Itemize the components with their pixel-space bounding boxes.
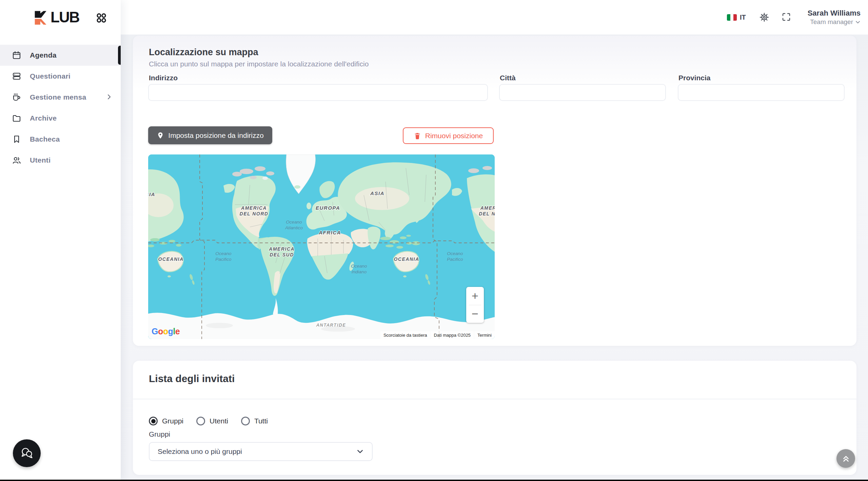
calendar-icon [12,51,21,60]
chevron-right-icon [106,93,113,100]
sidebar-item-gestione-mensa[interactable]: Gestione mensa [0,87,121,108]
chevron-down-icon [356,448,364,455]
map-label: DEL NO [479,211,495,216]
sidebar-item-label: Utenti [30,156,51,164]
bookmark-icon [12,135,21,144]
map-label: DEL NORD [240,211,269,216]
terms-link[interactable]: Termini [474,331,495,339]
invite-type-radio-group: Gruppi Utenti Tutti [149,417,268,425]
trash-icon [414,132,421,140]
invite-section-title: Lista degli invitati [149,373,235,384]
map-label: DEL SUD [270,252,294,257]
settings-gear-icon[interactable] [759,12,770,23]
map-label: EUROPA [316,205,340,211]
map-localization-card: Localizzazione su mappa Clicca un punto … [133,36,856,346]
remove-position-button[interactable]: Rimuovi posizione [403,127,494,144]
radio-dot [241,417,250,425]
radio-utenti[interactable]: Utenti [196,417,228,425]
apps-grid-icon[interactable] [96,13,106,23]
city-label: Città [500,74,516,82]
scroll-to-top-button[interactable] [836,449,855,468]
sidebar-item-label: Questionari [30,72,71,80]
sidebar-item-label: Agenda [30,51,57,59]
map-label: AMERICA [269,246,295,252]
zoom-in-button[interactable]: + [466,287,484,305]
address-input[interactable] [148,84,488,101]
city-input[interactable] [499,84,666,101]
main-content: Localizzazione su mappa Clicca un punto … [121,35,868,481]
google-logo[interactable]: Google [152,327,180,336]
users-icon [12,156,21,165]
google-map[interactable]: ASIA AMERICA DEL NORD Oceano Atlantico E… [148,154,495,339]
map-pin-icon [157,132,164,139]
map-label: Oceano [215,251,232,256]
world-map-canvas: ASIA AMERICA DEL NORD Oceano Atlantico E… [148,154,495,339]
map-label: OCEANIA [158,256,183,262]
klub-logo[interactable]: LUB [33,9,79,25]
keyboard-shortcuts-link[interactable]: Scorciatoie da tastiera [380,331,430,339]
user-name: Sarah Williams [808,8,861,18]
sidebar-nav: Agenda Questionari G [0,45,121,171]
map-label: Oceano [351,264,367,269]
chat-fab-button[interactable] [13,439,41,467]
klub-k-icon [33,9,50,25]
top-header: IT Sarah Williams Team manager [121,0,868,35]
sidebar-item-archive[interactable]: Archive [0,108,121,129]
logo-text: LUB [51,10,79,25]
zoom-out-button[interactable]: − [466,305,484,323]
sidebar-item-utenti[interactable]: Utenti [0,150,121,171]
cup-icon [12,93,21,102]
logo-row: LUB [0,0,121,35]
province-label: Provincia [678,74,711,82]
province-input[interactable] [678,84,845,101]
map-label: ASIA [370,190,384,196]
user-role: Team manager [808,18,861,26]
set-position-button[interactable]: Imposta posizione da indirizzo [148,126,272,144]
map-data-label: Dati mappa ©2025 [431,331,474,339]
chat-bubbles-icon [19,445,35,461]
fullscreen-icon[interactable] [781,12,792,23]
language-label[interactable]: IT [740,14,746,21]
folder-icon [12,114,21,123]
map-attribution: Scorciatoie da tastiera Dati mappa ©2025… [380,331,495,339]
sidebar-item-label: Gestione mensa [30,93,86,101]
map-label-antarctica: ANTARTIDE [316,323,346,328]
invite-list-card: Lista degli invitati Gruppi Utenti Tutti… [133,361,856,475]
address-label: Indirizzo [149,74,178,82]
sidebar-item-agenda[interactable]: Agenda [0,45,121,66]
map-zoom-control: + − [466,287,484,323]
section-title: Localizzazione su mappa [149,47,258,58]
chevron-down-icon [855,19,861,25]
radio-gruppi[interactable]: Gruppi [149,417,183,425]
divider [133,399,856,399]
sidebar-item-bacheca[interactable]: Bacheca [0,129,121,150]
active-indicator [118,46,121,65]
stack-icon [12,72,21,81]
section-subtitle: Clicca un punto sul mappa per impostare … [149,60,369,68]
double-chevron-up-icon [841,454,851,464]
sidebar-item-label: Bacheca [30,135,60,143]
map-label: Pacifico [215,257,232,262]
radio-tutti[interactable]: Tutti [241,417,268,425]
map-label: Pacifico [447,257,463,262]
radio-dot [196,417,205,425]
sidebar-item-label: Archive [30,114,57,122]
map-label: Oceano [447,251,463,256]
map-label: Indiano [352,269,367,274]
map-label: AMERI [480,205,495,211]
map-label: ASIA [148,191,155,197]
map-label: AMERICA [241,205,267,211]
map-label: OCEANIA [394,256,419,262]
bottom-edge-strip [0,480,868,481]
map-label: Oceano [286,219,302,225]
radio-dot [149,417,158,425]
groups-field-label: Gruppi [149,430,170,438]
italy-flag-icon[interactable] [727,14,737,21]
map-label: AFRICA [318,230,341,235]
map-label: Atlantico [285,225,303,230]
user-menu[interactable]: Sarah Williams Team manager [808,8,861,26]
app-window: LUB Agenda [0,0,868,481]
sidebar: LUB Agenda [0,0,121,481]
sidebar-item-questionari[interactable]: Questionari [0,66,121,87]
groups-select[interactable]: Seleziona uno o più gruppi [149,442,373,461]
